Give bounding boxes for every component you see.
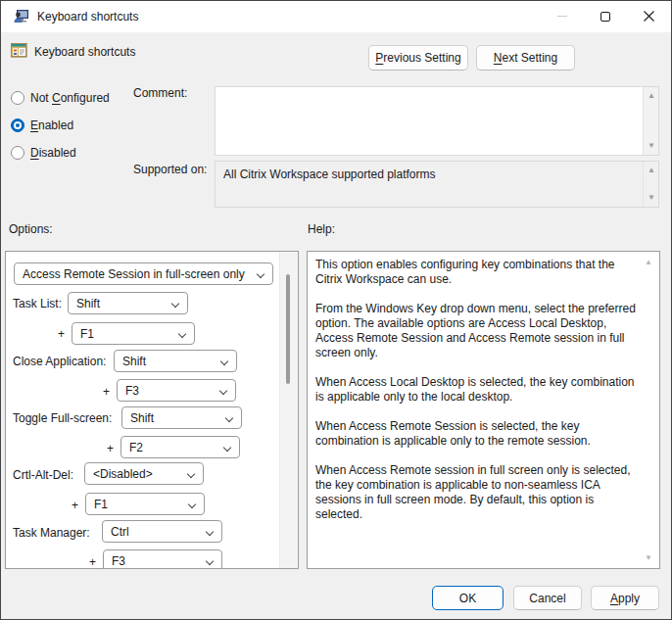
toggle-fullscreen-modifier-select[interactable]: Shift bbox=[121, 406, 242, 429]
windows-key-select[interactable]: Access Remote Session in full-screen onl… bbox=[14, 262, 273, 285]
minimize-icon bbox=[557, 16, 567, 17]
radio-not-configured[interactable]: Not Configured bbox=[11, 91, 110, 105]
chevron-down-icon bbox=[187, 470, 195, 478]
maximize-icon bbox=[600, 12, 610, 22]
options-scrollbar-thumb[interactable] bbox=[286, 274, 290, 384]
task-list-key-select[interactable]: F1 bbox=[72, 322, 195, 345]
scroll-down-icon[interactable]: ▼ bbox=[644, 193, 659, 203]
radio-disabled[interactable]: Disabled bbox=[11, 146, 76, 160]
radio-label: Not Configured bbox=[30, 91, 110, 105]
plus-label: + bbox=[89, 555, 96, 569]
ctrl-alt-del-label: Crtl-Alt-Del: bbox=[13, 468, 73, 482]
radio-label: Disabled bbox=[30, 146, 76, 160]
setting-name: Keyboard shortcuts bbox=[34, 45, 135, 59]
scroll-down-icon[interactable]: ▼ bbox=[644, 141, 659, 151]
close-application-modifier-select[interactable]: Shift bbox=[114, 350, 237, 372]
radio-label: Enabled bbox=[30, 119, 73, 132]
help-text: This option enables configuring key comb… bbox=[315, 258, 637, 537]
chevron-down-icon bbox=[178, 330, 186, 338]
chevron-down-icon bbox=[206, 528, 214, 536]
supported-on-label: Supported on: bbox=[133, 163, 207, 176]
radio-enabled[interactable]: Enabled bbox=[11, 119, 73, 132]
chevron-down-icon bbox=[206, 557, 214, 565]
task-list-label: Task List: bbox=[13, 297, 62, 310]
help-paragraph: When Access Remote session in full scree… bbox=[315, 463, 637, 522]
task-manager-label: Task Manager: bbox=[13, 526, 90, 540]
minimize-button[interactable] bbox=[540, 1, 584, 31]
chevron-down-icon bbox=[171, 300, 179, 308]
close-button[interactable] bbox=[627, 1, 671, 31]
plus-label: + bbox=[103, 385, 110, 399]
task-manager-key-select[interactable]: F3 bbox=[103, 549, 222, 569]
help-label: Help: bbox=[308, 222, 335, 236]
comment-input[interactable]: ▲ ▼ bbox=[215, 86, 659, 156]
help-panel: This option enables configuring key comb… bbox=[307, 251, 660, 569]
chevron-down-icon bbox=[223, 444, 231, 452]
toggle-fullscreen-key-select[interactable]: F2 bbox=[120, 436, 240, 458]
cancel-button[interactable]: Cancel bbox=[513, 586, 582, 610]
scroll-up-icon[interactable]: ▲ bbox=[642, 258, 655, 266]
scroll-up-icon[interactable]: ▲ bbox=[644, 166, 659, 175]
task-manager-modifier-select[interactable]: Ctrl bbox=[102, 520, 222, 543]
plus-label: + bbox=[107, 442, 114, 455]
task-list-modifier-select[interactable]: Shift bbox=[68, 292, 188, 314]
chevron-down-icon bbox=[188, 501, 196, 508]
supported-scrollbar[interactable]: ▲ ▼ bbox=[643, 162, 658, 207]
help-paragraph: This option enables configuring key comb… bbox=[315, 258, 637, 287]
comment-label: Comment: bbox=[133, 86, 187, 100]
help-paragraph: When Access Local Desktop is selected, t… bbox=[315, 375, 637, 405]
chevron-down-icon bbox=[225, 414, 233, 422]
close-application-key-select[interactable]: F3 bbox=[117, 379, 236, 402]
plus-label: + bbox=[72, 499, 78, 512]
supported-on-box: All Citrix Workspace supported platforms… bbox=[215, 161, 659, 208]
chevron-down-icon bbox=[257, 270, 264, 278]
ctrl-alt-del-key-select[interactable]: F1 bbox=[85, 493, 205, 515]
group-policy-app-icon bbox=[14, 9, 29, 24]
previous-setting-button[interactable]: Previous Setting bbox=[368, 45, 468, 71]
options-scrollbar[interactable] bbox=[279, 252, 298, 568]
apply-button[interactable]: Apply bbox=[591, 586, 659, 610]
radio-circle-icon bbox=[11, 119, 24, 132]
scroll-up-icon[interactable]: ▲ bbox=[644, 91, 659, 101]
options-panel: Access Remote Session in full-screen onl… bbox=[5, 251, 299, 569]
ok-button[interactable]: OK bbox=[432, 586, 504, 610]
toggle-fullscreen-label: Toggle Full-screen: bbox=[13, 411, 112, 425]
plus-label: + bbox=[58, 327, 65, 341]
options-label: Options: bbox=[9, 222, 53, 236]
comment-scrollbar[interactable]: ▲ ▼ bbox=[643, 87, 658, 155]
next-setting-button[interactable]: Next Setting bbox=[476, 45, 575, 71]
supported-on-value: All Citrix Workspace supported platforms bbox=[223, 167, 436, 181]
radio-circle-icon bbox=[11, 146, 24, 160]
help-paragraph: When Access Remote Session is selected, … bbox=[315, 419, 637, 449]
policy-setting-icon bbox=[11, 43, 28, 59]
scroll-down-icon[interactable]: ▼ bbox=[642, 553, 655, 562]
policy-setting-dialog: Keyboard shortcuts Keyboard shortcuts Pr… bbox=[0, 0, 672, 620]
ctrl-alt-del-modifier-select[interactable]: <Disabled> bbox=[84, 462, 204, 485]
help-paragraph: From the Windows Key drop down menu, sel… bbox=[315, 302, 637, 360]
chevron-down-icon bbox=[220, 358, 228, 365]
title-bar: Keyboard shortcuts bbox=[1, 1, 671, 32]
radio-circle-icon bbox=[11, 91, 24, 105]
close-application-label: Close Application: bbox=[13, 355, 106, 368]
close-icon bbox=[644, 11, 654, 22]
window-title: Keyboard shortcuts bbox=[37, 10, 138, 24]
chevron-down-icon bbox=[219, 387, 227, 395]
maximize-button[interactable] bbox=[583, 1, 627, 31]
